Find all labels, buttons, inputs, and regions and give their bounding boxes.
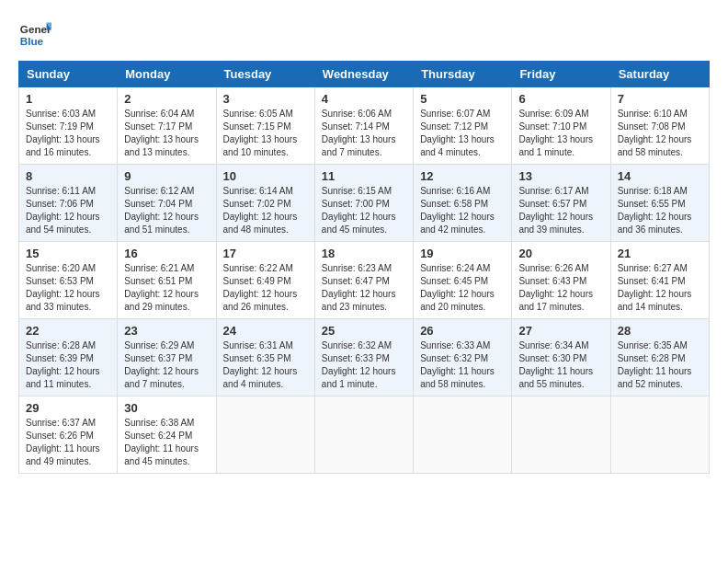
day-info: Sunrise: 6:31 AM Sunset: 6:35 PM Dayligh… xyxy=(223,339,308,391)
day-number: 16 xyxy=(124,247,209,260)
calendar-day-4: 4Sunrise: 6:06 AM Sunset: 7:14 PM Daylig… xyxy=(314,87,413,165)
empty-cell xyxy=(414,396,512,474)
day-info: Sunrise: 6:10 AM Sunset: 7:08 PM Dayligh… xyxy=(618,108,702,159)
day-info: Sunrise: 6:24 AM Sunset: 6:45 PM Dayligh… xyxy=(420,262,505,314)
page-header: General Blue xyxy=(18,18,710,52)
calendar-day-8: 8Sunrise: 6:11 AM Sunset: 7:06 PM Daylig… xyxy=(19,165,118,242)
logo: General Blue xyxy=(18,18,51,52)
day-info: Sunrise: 6:16 AM Sunset: 6:58 PM Dayligh… xyxy=(420,185,505,236)
day-number: 26 xyxy=(420,324,505,338)
day-info: Sunrise: 6:20 AM Sunset: 6:53 PM Dayligh… xyxy=(26,262,110,314)
empty-cell xyxy=(610,396,709,474)
day-number: 28 xyxy=(618,324,702,338)
day-number: 23 xyxy=(124,324,209,338)
calendar-day-1: 1Sunrise: 6:03 AM Sunset: 7:19 PM Daylig… xyxy=(19,87,118,165)
calendar-day-17: 17Sunrise: 6:22 AM Sunset: 6:49 PM Dayli… xyxy=(216,242,314,319)
day-info: Sunrise: 6:37 AM Sunset: 6:26 PM Dayligh… xyxy=(26,417,110,468)
calendar-day-10: 10Sunrise: 6:14 AM Sunset: 7:02 PM Dayli… xyxy=(216,165,314,242)
calendar-day-30: 30Sunrise: 6:38 AM Sunset: 6:24 PM Dayli… xyxy=(118,396,216,474)
day-number: 9 xyxy=(124,169,209,183)
day-info: Sunrise: 6:28 AM Sunset: 6:39 PM Dayligh… xyxy=(26,339,110,391)
day-info: Sunrise: 6:26 AM Sunset: 6:43 PM Dayligh… xyxy=(518,262,603,314)
day-info: Sunrise: 6:11 AM Sunset: 7:06 PM Dayligh… xyxy=(26,185,110,236)
day-header-wednesday: Wednesday xyxy=(314,62,413,87)
calendar-day-12: 12Sunrise: 6:16 AM Sunset: 6:58 PM Dayli… xyxy=(414,165,512,242)
day-number: 6 xyxy=(518,92,603,106)
day-number: 1 xyxy=(26,92,110,106)
day-number: 22 xyxy=(26,324,110,338)
day-number: 19 xyxy=(420,247,505,260)
calendar-week-row: 15Sunrise: 6:20 AM Sunset: 6:53 PM Dayli… xyxy=(19,242,710,319)
day-header-saturday: Saturday xyxy=(610,62,709,87)
day-info: Sunrise: 6:09 AM Sunset: 7:10 PM Dayligh… xyxy=(518,108,603,159)
calendar-day-19: 19Sunrise: 6:24 AM Sunset: 6:45 PM Dayli… xyxy=(414,242,512,319)
day-number: 18 xyxy=(322,247,406,260)
day-info: Sunrise: 6:12 AM Sunset: 7:04 PM Dayligh… xyxy=(124,185,209,236)
calendar-day-6: 6Sunrise: 6:09 AM Sunset: 7:10 PM Daylig… xyxy=(512,87,610,165)
day-number: 7 xyxy=(618,92,702,106)
day-info: Sunrise: 6:32 AM Sunset: 6:33 PM Dayligh… xyxy=(322,339,406,391)
day-number: 8 xyxy=(26,169,110,183)
calendar-week-row: 8Sunrise: 6:11 AM Sunset: 7:06 PM Daylig… xyxy=(19,165,710,242)
day-number: 3 xyxy=(223,92,308,106)
calendar-day-24: 24Sunrise: 6:31 AM Sunset: 6:35 PM Dayli… xyxy=(216,319,314,396)
calendar-week-row: 1Sunrise: 6:03 AM Sunset: 7:19 PM Daylig… xyxy=(19,87,710,165)
day-number: 29 xyxy=(26,401,110,415)
day-number: 10 xyxy=(223,169,308,183)
calendar-day-14: 14Sunrise: 6:18 AM Sunset: 6:55 PM Dayli… xyxy=(610,165,709,242)
calendar-day-7: 7Sunrise: 6:10 AM Sunset: 7:08 PM Daylig… xyxy=(610,87,709,165)
day-header-monday: Monday xyxy=(118,62,216,87)
calendar-day-18: 18Sunrise: 6:23 AM Sunset: 6:47 PM Dayli… xyxy=(314,242,413,319)
calendar-day-15: 15Sunrise: 6:20 AM Sunset: 6:53 PM Dayli… xyxy=(19,242,118,319)
calendar-week-row: 22Sunrise: 6:28 AM Sunset: 6:39 PM Dayli… xyxy=(19,319,710,396)
day-number: 25 xyxy=(322,324,406,338)
day-number: 21 xyxy=(618,247,702,260)
day-info: Sunrise: 6:05 AM Sunset: 7:15 PM Dayligh… xyxy=(223,108,308,159)
day-number: 15 xyxy=(26,247,110,260)
day-info: Sunrise: 6:18 AM Sunset: 6:55 PM Dayligh… xyxy=(618,185,702,236)
day-info: Sunrise: 6:23 AM Sunset: 6:47 PM Dayligh… xyxy=(322,262,406,314)
day-info: Sunrise: 6:29 AM Sunset: 6:37 PM Dayligh… xyxy=(124,339,209,391)
day-header-thursday: Thursday xyxy=(414,62,512,87)
day-number: 24 xyxy=(223,324,308,338)
empty-cell xyxy=(512,396,610,474)
day-number: 4 xyxy=(322,92,406,106)
calendar-table: SundayMondayTuesdayWednesdayThursdayFrid… xyxy=(18,61,710,474)
calendar-week-row: 29Sunrise: 6:37 AM Sunset: 6:26 PM Dayli… xyxy=(19,396,710,474)
calendar-day-21: 21Sunrise: 6:27 AM Sunset: 6:41 PM Dayli… xyxy=(610,242,709,319)
calendar-day-22: 22Sunrise: 6:28 AM Sunset: 6:39 PM Dayli… xyxy=(19,319,118,396)
calendar-day-25: 25Sunrise: 6:32 AM Sunset: 6:33 PM Dayli… xyxy=(314,319,413,396)
calendar-day-3: 3Sunrise: 6:05 AM Sunset: 7:15 PM Daylig… xyxy=(216,87,314,165)
day-number: 27 xyxy=(518,324,603,338)
day-info: Sunrise: 6:33 AM Sunset: 6:32 PM Dayligh… xyxy=(420,339,505,391)
day-number: 14 xyxy=(618,169,702,183)
calendar-day-9: 9Sunrise: 6:12 AM Sunset: 7:04 PM Daylig… xyxy=(118,165,216,242)
calendar-day-29: 29Sunrise: 6:37 AM Sunset: 6:26 PM Dayli… xyxy=(19,396,118,474)
day-header-sunday: Sunday xyxy=(19,62,118,87)
calendar-day-2: 2Sunrise: 6:04 AM Sunset: 7:17 PM Daylig… xyxy=(118,87,216,165)
day-info: Sunrise: 6:38 AM Sunset: 6:24 PM Dayligh… xyxy=(124,417,209,468)
day-number: 11 xyxy=(322,169,406,183)
calendar-day-20: 20Sunrise: 6:26 AM Sunset: 6:43 PM Dayli… xyxy=(512,242,610,319)
day-header-friday: Friday xyxy=(512,62,610,87)
calendar-day-28: 28Sunrise: 6:35 AM Sunset: 6:28 PM Dayli… xyxy=(610,319,709,396)
day-info: Sunrise: 6:34 AM Sunset: 6:30 PM Dayligh… xyxy=(518,339,603,391)
calendar-day-23: 23Sunrise: 6:29 AM Sunset: 6:37 PM Dayli… xyxy=(118,319,216,396)
day-info: Sunrise: 6:15 AM Sunset: 7:00 PM Dayligh… xyxy=(322,185,406,236)
day-info: Sunrise: 6:07 AM Sunset: 7:12 PM Dayligh… xyxy=(420,108,505,159)
calendar-day-11: 11Sunrise: 6:15 AM Sunset: 7:00 PM Dayli… xyxy=(314,165,413,242)
day-info: Sunrise: 6:14 AM Sunset: 7:02 PM Dayligh… xyxy=(223,185,308,236)
day-number: 17 xyxy=(223,247,308,260)
calendar-day-27: 27Sunrise: 6:34 AM Sunset: 6:30 PM Dayli… xyxy=(512,319,610,396)
day-info: Sunrise: 6:04 AM Sunset: 7:17 PM Dayligh… xyxy=(124,108,209,159)
svg-text:Blue: Blue xyxy=(20,35,44,47)
day-info: Sunrise: 6:35 AM Sunset: 6:28 PM Dayligh… xyxy=(618,339,702,391)
day-number: 30 xyxy=(124,401,209,415)
day-info: Sunrise: 6:27 AM Sunset: 6:41 PM Dayligh… xyxy=(618,262,702,314)
day-info: Sunrise: 6:21 AM Sunset: 6:51 PM Dayligh… xyxy=(124,262,209,314)
day-info: Sunrise: 6:17 AM Sunset: 6:57 PM Dayligh… xyxy=(518,185,603,236)
logo-icon: General Blue xyxy=(18,18,51,52)
day-header-tuesday: Tuesday xyxy=(216,62,314,87)
empty-cell xyxy=(314,396,413,474)
calendar-day-16: 16Sunrise: 6:21 AM Sunset: 6:51 PM Dayli… xyxy=(118,242,216,319)
